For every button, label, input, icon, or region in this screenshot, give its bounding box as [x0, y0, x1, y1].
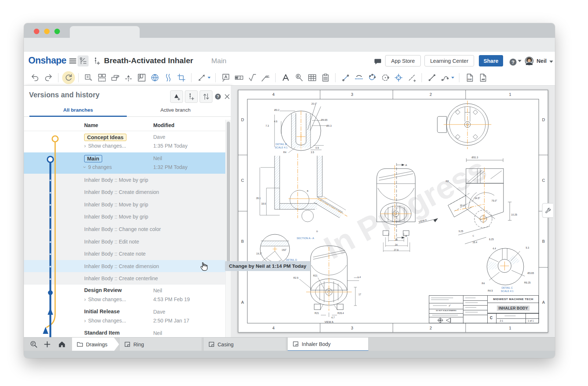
view-label: DETAIL D — [286, 259, 297, 261]
export-dxf-icon[interactable]: DXF — [465, 73, 474, 82]
projected-view-icon[interactable] — [150, 73, 159, 82]
tab-all-branches[interactable]: All branches — [29, 105, 127, 117]
balloon-icon[interactable] — [294, 73, 304, 82]
panel-scrollbar[interactable] — [225, 120, 231, 337]
home-icon[interactable] — [58, 340, 66, 349]
version-name[interactable]: Standard Item — [84, 330, 120, 336]
view-label: SECTION A - A — [297, 237, 314, 239]
tab-casing[interactable]: Casing — [203, 338, 286, 351]
change-row[interactable]: Inhaler Body :: Change note color — [24, 223, 225, 235]
hand-cursor — [199, 261, 209, 272]
crop-view-icon[interactable] — [177, 73, 186, 82]
version-name[interactable]: Concept Ideas — [84, 134, 126, 141]
sketch-circle-icon[interactable] — [381, 73, 390, 82]
surface-finish-icon[interactable] — [248, 73, 257, 82]
tab-active-branch[interactable]: Active branch — [127, 105, 224, 117]
avatar[interactable] — [524, 55, 535, 66]
comment-icon[interactable] — [372, 56, 383, 67]
dimension-text: D — [241, 118, 244, 122]
bom-table-icon[interactable] — [321, 73, 330, 82]
dimension-text: 3 — [351, 326, 353, 330]
dimension-text: D — [542, 118, 545, 122]
show-changes-link[interactable]: ›Show changes... — [84, 143, 126, 149]
create-version-button[interactable] — [170, 90, 183, 103]
auxiliary-view-icon[interactable] — [124, 73, 133, 82]
dimension-icon[interactable] — [197, 73, 206, 82]
change-row[interactable]: Inhaler Body :: Create dimension — [24, 186, 225, 199]
weld-symbol-icon[interactable] — [261, 73, 270, 82]
change-row[interactable]: Inhaler Body :: Edit note — [24, 235, 225, 248]
branch-create-icon[interactable] — [92, 55, 103, 66]
dimension-text: Ø3.65 — [527, 272, 534, 274]
scrollbar-thumb[interactable] — [227, 122, 230, 267]
drawing-area[interactable]: In Progress — [231, 86, 555, 337]
dimension-text: 153° — [282, 249, 286, 251]
dropdown-caret-icon[interactable] — [451, 77, 454, 79]
sketch-line-icon[interactable] — [341, 73, 350, 82]
redo-icon[interactable] — [44, 73, 53, 82]
zoom-window-button[interactable] — [54, 29, 60, 34]
version-row[interactable]: Design Review›Show changes...Neil4:53 PM… — [24, 285, 225, 306]
version-row[interactable]: Concept Ideas›Show changes...Dave1:35 PM… — [24, 131, 225, 152]
browser-tab[interactable] — [70, 26, 140, 38]
breadcrumb-drawings[interactable]: Drawings — [72, 338, 119, 351]
version-tree-icon[interactable] — [78, 55, 89, 66]
change-row[interactable]: Inhaler Body :: Move by grip — [24, 211, 225, 223]
close-window-button[interactable] — [34, 29, 39, 34]
detail-view-icon[interactable] — [137, 73, 146, 82]
user-caret-icon[interactable] — [549, 61, 553, 63]
broken-view-icon[interactable] — [164, 73, 173, 82]
help-caret-icon[interactable] — [518, 60, 521, 62]
center-mark-icon[interactable] — [394, 73, 403, 82]
compare-button[interactable] — [200, 90, 212, 103]
minimize-window-button[interactable] — [44, 29, 50, 34]
wrench-tool-tab[interactable] — [542, 203, 553, 218]
show-changes-link[interactable]: ›9 changes — [84, 164, 112, 170]
version-name[interactable]: Design Review — [84, 287, 122, 293]
sketch-spline-icon[interactable] — [368, 73, 377, 82]
insert-image-icon[interactable] — [478, 73, 487, 82]
table-icon[interactable] — [308, 73, 317, 82]
construction-line-icon[interactable] — [407, 73, 416, 82]
version-row[interactable]: Main›9 changesNeil1:32 PM Today — [24, 152, 225, 174]
app-store-button[interactable]: App Store — [385, 55, 421, 66]
show-changes-link[interactable]: ›Show changes... — [84, 318, 126, 324]
undo-icon[interactable] — [31, 73, 40, 82]
dimension-text: 0.5 — [315, 147, 319, 149]
onshape-logo[interactable]: Onshape — [28, 55, 66, 66]
sketch-centerline-icon[interactable] — [354, 73, 363, 82]
share-button[interactable]: Share — [479, 55, 503, 66]
new-tab-icon[interactable] — [43, 340, 51, 349]
tab-ring[interactable]: Ring — [119, 338, 202, 351]
change-row[interactable]: Inhaler Body :: Create centerline — [24, 272, 225, 285]
change-row[interactable]: Inhaler Body :: Move by grip — [24, 174, 225, 186]
panel-close-icon[interactable] — [223, 93, 231, 100]
learning-center-button[interactable]: Learning Center — [424, 55, 474, 66]
note-icon[interactable] — [221, 73, 230, 82]
dropdown-caret-icon[interactable] — [208, 77, 211, 79]
change-row[interactable]: Inhaler Body :: Move by grip — [24, 198, 225, 211]
version-name[interactable]: Initial Release — [84, 309, 120, 314]
change-row[interactable]: Inhaler Body :: Create dimension — [24, 260, 225, 273]
title-block-part-name[interactable]: INHALER BODY — [487, 303, 539, 313]
version-row[interactable]: Standard ItemNeil — [24, 327, 225, 337]
tab-inhaler-body[interactable]: Inhaler Body — [287, 338, 369, 351]
version-name[interactable]: Main — [84, 155, 102, 162]
tab-search-icon[interactable] — [29, 340, 38, 349]
update-icon[interactable] — [64, 73, 73, 82]
geometric-tolerance-icon[interactable] — [234, 73, 244, 82]
help-icon[interactable]: ? — [508, 57, 519, 68]
view-layout-icon[interactable] — [97, 73, 107, 82]
panel-help-icon[interactable]: ? — [214, 93, 222, 100]
create-branch-button[interactable] — [185, 90, 198, 103]
change-row[interactable]: Inhaler Body :: Create note — [24, 248, 225, 260]
text-icon[interactable] — [281, 73, 290, 82]
hamburger-icon[interactable] — [67, 55, 78, 66]
spline-icon[interactable] — [441, 73, 450, 82]
user-menu[interactable]: Neil — [537, 58, 547, 64]
section-view-icon[interactable] — [111, 73, 120, 82]
line-icon[interactable] — [427, 73, 437, 82]
insert-view-icon[interactable] — [84, 73, 93, 82]
show-changes-link[interactable]: ›Show changes... — [84, 296, 126, 302]
version-row[interactable]: Initial Release›Show changes...Dave2:50 … — [24, 306, 225, 327]
